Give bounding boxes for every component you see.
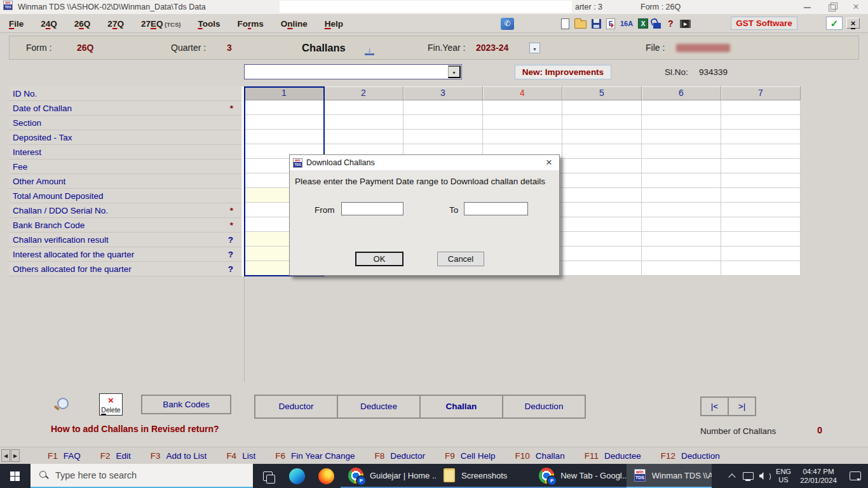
ok-button[interactable]: OK xyxy=(355,252,403,266)
grid-cell[interactable] xyxy=(642,159,721,173)
function-key-item[interactable]: F8Deductor xyxy=(375,451,426,461)
row-marker[interactable]: * xyxy=(224,206,233,215)
delete-button[interactable]: × Delete xyxy=(99,393,123,416)
grid-cell[interactable] xyxy=(721,144,801,159)
grid-cell[interactable] xyxy=(562,232,642,247)
grid-cell[interactable] xyxy=(245,100,324,115)
grid-cell[interactable] xyxy=(642,115,721,130)
taskbar-app-button[interactable]: Guidejar | Home ... xyxy=(341,464,436,488)
cancel-button[interactable]: Cancel xyxy=(437,252,484,266)
grid-cell[interactable] xyxy=(642,247,721,261)
language-indicator[interactable]: ENGUS xyxy=(773,464,794,488)
grid-cell[interactable] xyxy=(483,100,562,115)
finyear-dropdown-button[interactable] xyxy=(529,43,540,53)
action-center-button[interactable] xyxy=(843,464,868,488)
grid-cell[interactable] xyxy=(642,144,721,159)
form16a-icon[interactable]: 16A xyxy=(620,18,633,29)
grid-cell[interactable] xyxy=(562,115,642,130)
new-file-icon[interactable] xyxy=(561,18,569,29)
tray-chevron-button[interactable] xyxy=(724,464,740,488)
function-key-item[interactable]: F4List xyxy=(226,451,255,461)
row-marker[interactable]: * xyxy=(224,220,233,230)
restore-button[interactable] xyxy=(820,0,844,14)
pinned-app-slot[interactable] xyxy=(311,464,341,488)
menu-item[interactable]: Online xyxy=(281,19,308,29)
first-record-button[interactable]: |< xyxy=(700,396,729,416)
function-key-item[interactable]: F3Add to List xyxy=(151,451,207,461)
menu-item[interactable]: Forms xyxy=(237,19,263,29)
search-magnifier-icon[interactable] xyxy=(53,398,70,414)
taskbar-app-button[interactable]: Screenshots xyxy=(436,464,531,488)
exit-x-button[interactable] xyxy=(846,18,860,29)
function-key-item[interactable]: F12Deduction xyxy=(661,451,720,461)
column-header[interactable]: 7 xyxy=(721,86,801,100)
start-button[interactable] xyxy=(0,464,31,488)
menu-item[interactable]: Help xyxy=(325,19,343,29)
grid-cell[interactable] xyxy=(721,203,801,217)
grid-cell[interactable] xyxy=(721,232,801,247)
grid-cell[interactable] xyxy=(642,173,721,188)
grid-cell[interactable] xyxy=(562,217,642,232)
section-tab[interactable]: Deductee xyxy=(337,395,421,419)
grid-cell[interactable] xyxy=(403,130,483,144)
column-header[interactable]: 6 xyxy=(642,86,721,100)
grid-cell[interactable] xyxy=(483,115,562,130)
grid-cell[interactable] xyxy=(562,144,642,159)
new-improvements-button[interactable]: New: Improvements xyxy=(515,65,611,79)
grid-cell[interactable] xyxy=(562,159,642,173)
column-header[interactable]: 4 xyxy=(483,86,562,100)
function-key-item[interactable]: F2Edit xyxy=(100,451,131,461)
grid-cell[interactable] xyxy=(642,100,721,115)
grid-cell[interactable] xyxy=(562,173,642,188)
grid-cell[interactable] xyxy=(721,173,801,188)
video-icon[interactable] xyxy=(680,20,691,28)
open-file-icon[interactable] xyxy=(574,20,587,29)
grid-cell[interactable] xyxy=(562,130,642,144)
close-button[interactable] xyxy=(844,0,868,14)
gst-software-button[interactable]: GST Software xyxy=(731,17,797,30)
download-challans-icon[interactable] xyxy=(360,37,374,60)
grid-cell[interactable] xyxy=(324,130,403,144)
grid-cell[interactable] xyxy=(721,159,801,173)
menu-item[interactable]: Tools xyxy=(198,19,220,29)
combobox-dropdown-icon[interactable] xyxy=(448,65,461,78)
function-key-item[interactable]: F10Challan xyxy=(515,451,565,461)
pinned-app-slot[interactable] xyxy=(253,464,282,488)
grid-cell[interactable] xyxy=(483,130,562,144)
function-key-item[interactable]: F9Cell Help xyxy=(445,451,496,461)
grid-cell[interactable] xyxy=(324,100,403,115)
grid-cell[interactable] xyxy=(642,203,721,217)
howto-revised-return-link[interactable]: How to add Challans in Revised return? xyxy=(51,424,219,434)
grid-cell[interactable] xyxy=(721,261,801,276)
section-tab[interactable]: Challan xyxy=(419,395,503,419)
help-icon[interactable]: ? xyxy=(666,18,675,29)
scroll-right-icon[interactable] xyxy=(11,449,20,462)
grid-cell[interactable] xyxy=(642,261,721,276)
function-key-item[interactable]: F6Fin Year Change xyxy=(275,451,355,461)
grid-cell[interactable] xyxy=(403,100,483,115)
grid-cell[interactable] xyxy=(642,130,721,144)
grid-cell[interactable] xyxy=(721,115,801,130)
grid-cell[interactable] xyxy=(324,115,403,130)
dialog-close-icon[interactable] xyxy=(539,155,559,170)
menu-item[interactable]: 27Q xyxy=(107,19,124,29)
efile-icon[interactable]: E xyxy=(606,18,615,29)
excel-icon[interactable] xyxy=(638,18,648,29)
from-date-input[interactable] xyxy=(341,202,403,215)
taskbar-app-button[interactable]: New Tab - Googl... xyxy=(531,464,627,488)
lock-icon[interactable] xyxy=(653,23,661,29)
network-tray-button[interactable] xyxy=(740,464,756,488)
row-marker[interactable]: ? xyxy=(224,235,233,245)
grid-cell[interactable] xyxy=(245,115,324,130)
confirm-check-button[interactable] xyxy=(826,17,843,30)
function-key-item[interactable]: F11Deductee xyxy=(585,451,641,461)
grid-cell[interactable] xyxy=(403,115,483,130)
taskbar-search-box[interactable] xyxy=(31,464,253,488)
section-tab[interactable]: Deduction xyxy=(502,395,586,419)
taskbar-app-button[interactable]: Winman TDS \\A... xyxy=(627,464,712,488)
pinned-app-slot[interactable] xyxy=(282,464,311,488)
taskbar-search-input[interactable] xyxy=(55,470,227,480)
row-marker[interactable]: ? xyxy=(224,250,233,259)
function-key-item[interactable]: F1FAQ xyxy=(48,451,81,461)
menu-item[interactable]: 26Q xyxy=(74,19,91,29)
